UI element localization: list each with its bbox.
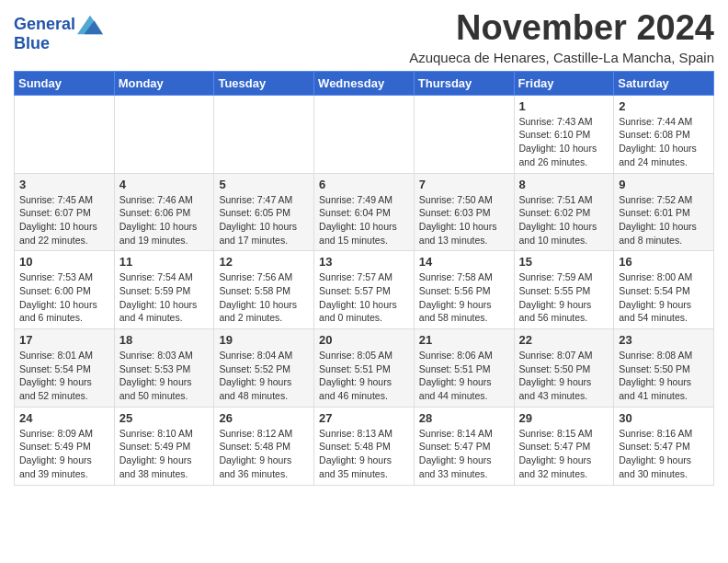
day-number: 25 [119,411,210,425]
logo-icon [77,15,103,35]
day-info: Sunrise: 8:04 AMSunset: 5:52 PMDaylight:… [219,349,309,403]
day-number: 3 [19,178,109,191]
day-number: 22 [519,333,609,347]
day-info: Sunrise: 7:54 AMSunset: 5:59 PMDaylight:… [119,270,210,325]
calendar-day-cell: 10Sunrise: 7:53 AMSunset: 6:00 PMDayligh… [15,251,115,329]
day-number: 17 [19,333,109,347]
day-number: 23 [619,333,709,347]
calendar-week-row: 1Sunrise: 7:43 AMSunset: 6:10 PMDaylight… [15,95,714,173]
day-number: 24 [19,411,109,425]
logo-blue: Blue [14,35,103,53]
day-info: Sunrise: 8:03 AMSunset: 5:53 PMDaylight:… [119,349,210,403]
calendar-day-cell: 17Sunrise: 8:01 AMSunset: 5:54 PMDayligh… [15,329,115,408]
calendar-day-cell [15,95,115,173]
calendar-week-row: 10Sunrise: 7:53 AMSunset: 6:00 PMDayligh… [15,251,714,329]
calendar-day-cell [314,95,415,173]
day-number: 12 [219,255,309,269]
day-number: 30 [619,411,709,425]
day-info: Sunrise: 8:01 AMSunset: 5:54 PMDaylight:… [19,349,109,403]
location-subtitle: Azuqueca de Henares, Castille-La Mancha,… [409,50,714,65]
weekday-header-tuesday: Tuesday [214,71,314,95]
day-number: 15 [519,255,609,269]
day-number: 1 [519,99,609,113]
calendar-day-cell: 21Sunrise: 8:06 AMSunset: 5:51 PMDayligh… [414,329,514,408]
day-info: Sunrise: 8:00 AMSunset: 5:54 PMDaylight:… [619,270,709,325]
day-info: Sunrise: 7:45 AMSunset: 6:07 PMDaylight:… [19,193,109,247]
day-info: Sunrise: 7:47 AMSunset: 6:05 PMDaylight:… [219,193,309,247]
title-block: November 2024 Azuqueca de Henares, Casti… [409,9,714,65]
calendar-table: SundayMondayTuesdayWednesdayThursdayFrid… [14,71,714,486]
day-number: 29 [519,411,609,425]
day-number: 27 [319,411,409,425]
day-info: Sunrise: 8:06 AMSunset: 5:51 PMDaylight:… [419,349,509,403]
day-info: Sunrise: 8:09 AMSunset: 5:49 PMDaylight:… [19,427,109,481]
calendar-day-cell: 4Sunrise: 7:46 AMSunset: 6:06 PMDaylight… [114,173,214,251]
calendar-day-cell: 1Sunrise: 7:43 AMSunset: 6:10 PMDaylight… [514,95,614,173]
day-number: 5 [219,178,309,191]
day-info: Sunrise: 7:46 AMSunset: 6:06 PMDaylight:… [119,193,210,247]
page-header: General Blue November 2024 Azuqueca de H… [14,9,714,65]
day-number: 16 [619,255,709,269]
day-info: Sunrise: 8:12 AMSunset: 5:48 PMDaylight:… [219,427,309,481]
calendar-day-cell: 24Sunrise: 8:09 AMSunset: 5:49 PMDayligh… [15,407,115,485]
calendar-day-cell: 23Sunrise: 8:08 AMSunset: 5:50 PMDayligh… [614,329,714,408]
day-number: 9 [619,178,709,191]
day-number: 18 [119,333,210,347]
calendar-day-cell: 29Sunrise: 8:15 AMSunset: 5:47 PMDayligh… [514,407,614,485]
weekday-header-wednesday: Wednesday [314,71,415,95]
calendar-header-row: SundayMondayTuesdayWednesdayThursdayFrid… [15,71,714,95]
calendar-day-cell: 16Sunrise: 8:00 AMSunset: 5:54 PMDayligh… [614,251,714,329]
day-number: 8 [519,178,609,191]
day-info: Sunrise: 7:53 AMSunset: 6:00 PMDaylight:… [19,270,109,325]
day-info: Sunrise: 8:10 AMSunset: 5:49 PMDaylight:… [119,427,210,481]
day-number: 21 [419,333,509,347]
day-info: Sunrise: 8:14 AMSunset: 5:47 PMDaylight:… [419,427,509,481]
day-info: Sunrise: 7:49 AMSunset: 6:04 PMDaylight:… [319,193,409,247]
day-number: 28 [419,411,509,425]
day-info: Sunrise: 7:44 AMSunset: 6:08 PMDaylight:… [619,115,709,169]
calendar-day-cell: 20Sunrise: 8:05 AMSunset: 5:51 PMDayligh… [314,329,415,408]
calendar-week-row: 24Sunrise: 8:09 AMSunset: 5:49 PMDayligh… [15,407,714,485]
day-info: Sunrise: 8:07 AMSunset: 5:50 PMDaylight:… [519,349,609,403]
calendar-day-cell: 6Sunrise: 7:49 AMSunset: 6:04 PMDaylight… [314,173,415,251]
calendar-day-cell: 22Sunrise: 8:07 AMSunset: 5:50 PMDayligh… [514,329,614,408]
day-info: Sunrise: 8:15 AMSunset: 5:47 PMDaylight:… [519,427,609,481]
weekday-header-monday: Monday [114,71,214,95]
calendar-day-cell: 25Sunrise: 8:10 AMSunset: 5:49 PMDayligh… [114,407,214,485]
calendar-day-cell: 28Sunrise: 8:14 AMSunset: 5:47 PMDayligh… [414,407,514,485]
calendar-day-cell: 13Sunrise: 7:57 AMSunset: 5:57 PMDayligh… [314,251,415,329]
day-number: 2 [619,99,709,113]
day-info: Sunrise: 8:13 AMSunset: 5:48 PMDaylight:… [319,427,409,481]
calendar-week-row: 17Sunrise: 8:01 AMSunset: 5:54 PMDayligh… [15,329,714,408]
logo: General Blue [14,15,103,53]
calendar-day-cell: 26Sunrise: 8:12 AMSunset: 5:48 PMDayligh… [214,407,314,485]
day-info: Sunrise: 7:51 AMSunset: 6:02 PMDaylight:… [519,193,609,247]
calendar-day-cell: 18Sunrise: 8:03 AMSunset: 5:53 PMDayligh… [114,329,214,408]
day-info: Sunrise: 7:58 AMSunset: 5:56 PMDaylight:… [419,270,509,325]
calendar-day-cell: 5Sunrise: 7:47 AMSunset: 6:05 PMDaylight… [214,173,314,251]
calendar-day-cell: 9Sunrise: 7:52 AMSunset: 6:01 PMDaylight… [614,173,714,251]
day-info: Sunrise: 8:05 AMSunset: 5:51 PMDaylight:… [319,349,409,403]
weekday-header-sunday: Sunday [15,71,115,95]
day-number: 7 [419,178,509,191]
day-number: 10 [19,255,109,269]
day-info: Sunrise: 7:52 AMSunset: 6:01 PMDaylight:… [619,193,709,247]
calendar-day-cell: 11Sunrise: 7:54 AMSunset: 5:59 PMDayligh… [114,251,214,329]
day-info: Sunrise: 7:59 AMSunset: 5:55 PMDaylight:… [519,270,609,325]
day-info: Sunrise: 7:50 AMSunset: 6:03 PMDaylight:… [419,193,509,247]
day-number: 6 [319,178,409,191]
day-number: 20 [319,333,409,347]
calendar-day-cell: 15Sunrise: 7:59 AMSunset: 5:55 PMDayligh… [514,251,614,329]
weekday-header-friday: Friday [514,71,614,95]
calendar-day-cell: 30Sunrise: 8:16 AMSunset: 5:47 PMDayligh… [614,407,714,485]
weekday-header-saturday: Saturday [614,71,714,95]
day-number: 4 [119,178,210,191]
calendar-day-cell: 8Sunrise: 7:51 AMSunset: 6:02 PMDaylight… [514,173,614,251]
calendar-day-cell [214,95,314,173]
calendar-day-cell: 27Sunrise: 8:13 AMSunset: 5:48 PMDayligh… [314,407,415,485]
day-number: 13 [319,255,409,269]
day-info: Sunrise: 8:16 AMSunset: 5:47 PMDaylight:… [619,427,709,481]
day-info: Sunrise: 7:56 AMSunset: 5:58 PMDaylight:… [219,270,309,325]
weekday-header-thursday: Thursday [414,71,514,95]
calendar-day-cell: 3Sunrise: 7:45 AMSunset: 6:07 PMDaylight… [15,173,115,251]
